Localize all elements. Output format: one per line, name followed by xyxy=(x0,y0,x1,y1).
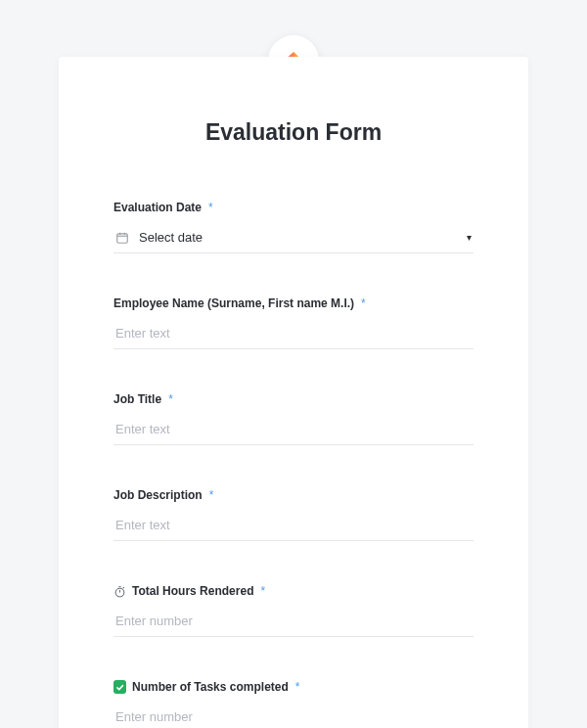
svg-rect-0 xyxy=(117,233,128,242)
field-employee-name: Employee Name (Surname, First name M.I.)… xyxy=(113,296,474,349)
field-job-title: Job Title* xyxy=(113,392,474,445)
field-evaluation-date: Evaluation Date* Select date ▾ xyxy=(113,201,474,253)
label-text: Total Hours Rendered xyxy=(132,584,253,598)
stopwatch-icon xyxy=(113,585,126,598)
input-wrapper xyxy=(113,316,474,349)
label-employee-name: Employee Name (Surname, First name M.I.)… xyxy=(113,296,474,310)
svg-point-4 xyxy=(115,588,124,597)
chevron-down-icon: ▾ xyxy=(467,233,472,243)
form-title: Evaluation Form xyxy=(113,119,474,146)
label-text: Employee Name (Surname, First name M.I.) xyxy=(113,296,354,310)
required-marker: * xyxy=(168,392,173,406)
job-description-input[interactable] xyxy=(115,518,472,532)
label-text: Job Title xyxy=(113,392,161,406)
required-marker: * xyxy=(295,680,300,694)
label-job-title: Job Title* xyxy=(113,392,474,406)
label-evaluation-date: Evaluation Date* xyxy=(113,201,474,214)
date-placeholder: Select date xyxy=(139,230,457,245)
input-wrapper xyxy=(113,700,474,728)
field-job-description: Job Description* xyxy=(113,488,474,541)
required-marker: * xyxy=(260,584,265,598)
employee-name-input[interactable] xyxy=(115,326,472,341)
input-wrapper xyxy=(113,412,474,445)
date-picker[interactable]: Select date ▾ xyxy=(113,220,474,253)
label-text: Number of Tasks completed xyxy=(132,680,289,694)
field-total-hours: Total Hours Rendered* xyxy=(113,584,474,637)
field-tasks-completed: Number of Tasks completed* xyxy=(113,680,474,728)
calendar-icon xyxy=(115,231,129,245)
label-tasks-completed: Number of Tasks completed* xyxy=(113,680,474,694)
job-title-input[interactable] xyxy=(115,422,472,436)
evaluation-form-card: Evaluation Form Evaluation Date* Select … xyxy=(59,57,528,728)
svg-line-7 xyxy=(123,587,124,588)
checkbox-icon xyxy=(113,681,126,694)
required-marker: * xyxy=(208,201,213,214)
label-text: Job Description xyxy=(113,488,203,502)
label-job-description: Job Description* xyxy=(113,488,474,502)
required-marker: * xyxy=(209,488,214,502)
total-hours-input[interactable] xyxy=(115,614,472,628)
input-wrapper xyxy=(113,508,474,541)
label-text: Evaluation Date xyxy=(113,201,202,214)
label-total-hours: Total Hours Rendered* xyxy=(113,584,474,598)
tasks-completed-input[interactable] xyxy=(115,709,472,724)
required-marker: * xyxy=(361,296,366,310)
input-wrapper xyxy=(113,604,474,637)
